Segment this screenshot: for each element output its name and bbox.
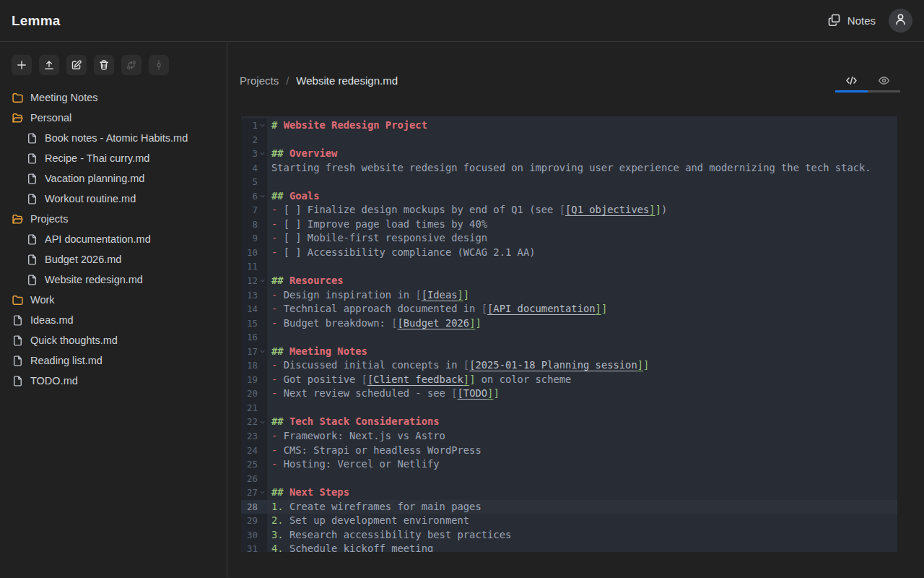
edit-button[interactable] [66, 55, 87, 75]
tree-item-label: TODO.md [30, 375, 78, 387]
new-note-button[interactable] [12, 55, 32, 75]
editor-line[interactable]: 7- [ ] Finalize design mockups by end of… [241, 203, 897, 217]
editor-line-text: Starting fresh website redesign focused … [267, 161, 897, 176]
editor-line[interactable]: 14- Technical approach documented in [[A… [241, 302, 897, 316]
tree-item-label: Vacation planning.md [45, 173, 144, 184]
editor-line-text: - Got positive [[Client feedback]] on co… [267, 373, 897, 387]
fold-chevron-icon[interactable] [258, 348, 267, 355]
tree-file[interactable]: Budget 2026.md [12, 249, 221, 269]
editor-line[interactable]: 6## Goals [241, 189, 897, 204]
editor-line[interactable]: 13- Design inspiration in [[Ideas]] [241, 288, 897, 303]
markdown-editor[interactable]: 1# Website Redesign Project23## Overview… [241, 116, 897, 552]
line-number: 30 [247, 528, 258, 543]
editor-line[interactable]: 314. Schedule kickoff meeting [241, 542, 897, 552]
tree-file[interactable]: TODO.md [12, 371, 221, 391]
editor-line[interactable]: 25- Hosting: Vercel or Netlify [241, 457, 897, 472]
fold-chevron-icon[interactable] [258, 122, 267, 129]
tree-file[interactable]: Vacation planning.md [12, 168, 221, 189]
line-number: 23 [247, 429, 258, 444]
line-number: 31 [247, 542, 258, 552]
tree-folder[interactable]: Work [12, 290, 221, 310]
fold-chevron-icon[interactable] [258, 277, 267, 284]
editor-line[interactable]: 21 [241, 401, 897, 415]
editor-line[interactable]: 18- Discussed initial concepts in [[2025… [241, 358, 897, 373]
line-number: 28 [247, 500, 258, 514]
line-number: 10 [247, 246, 258, 260]
file-icon [26, 254, 38, 266]
code-icon [845, 74, 858, 87]
editor-line-text [267, 259, 897, 274]
folder-open-icon [12, 112, 24, 124]
editor-line[interactable]: 20- Next review scheduled - see [[TODO]] [241, 387, 897, 401]
editor-line[interactable]: 4Starting fresh website redesign focused… [241, 161, 897, 176]
editor-line[interactable]: 27## Next Steps [241, 486, 897, 500]
fold-chevron-icon[interactable] [258, 193, 267, 199]
line-number: 5 [253, 175, 258, 189]
fold-chevron-icon[interactable] [258, 489, 267, 496]
editor-line-text: - Hosting: Vercel or Netlify [267, 457, 897, 472]
editor-line[interactable]: 23- Framework: Next.js vs Astro [241, 429, 897, 444]
editor-line-text: - [ ] Finalize design mockups by end of … [267, 203, 897, 217]
tree-item-label: Workout routine.md [45, 193, 136, 204]
editor-line[interactable]: 16 [241, 330, 897, 345]
editor-line-text: ## Resources [267, 274, 897, 288]
line-number: 9 [253, 231, 258, 246]
chevron-down-icon [259, 348, 266, 355]
editor-line[interactable]: 10- [ ] Accessibility compliance (WCAG 2… [241, 246, 897, 260]
tree-file[interactable]: Workout routine.md [12, 189, 221, 209]
notes-button[interactable]: Notes [827, 13, 876, 29]
tab-preview[interactable] [868, 70, 900, 90]
tree-file[interactable]: Recipe - Thai curry.md [12, 148, 221, 168]
breadcrumb: Projects/Website redesign.md [240, 74, 398, 92]
editor-line[interactable]: 26 [241, 472, 897, 486]
delete-button[interactable] [94, 55, 114, 75]
tree-file[interactable]: Website redesign.md [12, 269, 221, 290]
editor-line[interactable]: 1# Website Redesign Project [241, 118, 897, 133]
editor-line-text: - [ ] Improve page load times by 40% [267, 217, 897, 232]
sidebar: Meeting NotesPersonalBook notes - Atomic… [0, 42, 227, 577]
user-icon [894, 12, 907, 26]
tree-folder[interactable]: Meeting Notes [12, 87, 221, 108]
editor-line-text: - Next review scheduled - see [[TODO]] [267, 387, 897, 401]
editor-line[interactable]: 12## Resources [241, 274, 897, 288]
editor-line[interactable]: 9- [ ] Mobile-first responsive design [241, 231, 897, 246]
editor-line-text: ## Meeting Notes [267, 345, 897, 359]
tree-file[interactable]: Quick thoughts.md [12, 330, 221, 350]
tree-folder[interactable]: Personal [12, 108, 221, 128]
git-compare-button[interactable] [121, 55, 141, 75]
git-commit-button[interactable] [149, 55, 169, 75]
editor-line[interactable]: 292. Set up development environment [241, 514, 897, 528]
fold-chevron-icon[interactable] [258, 419, 267, 426]
upload-button[interactable] [39, 55, 59, 75]
tree-file[interactable]: API documentation.md [12, 229, 221, 249]
editor-line[interactable]: 15- Budget breakdown: [[Budget 2026]] [241, 316, 897, 331]
line-number: 12 [247, 274, 258, 288]
avatar[interactable] [889, 9, 912, 33]
line-number: 18 [247, 358, 258, 373]
git-compare-icon [126, 59, 137, 71]
fold-chevron-icon[interactable] [258, 150, 267, 157]
editor-line[interactable]: 3## Overview [241, 147, 897, 161]
editor-line[interactable]: 8- [ ] Improve page load times by 40% [241, 217, 897, 232]
line-number: 15 [247, 316, 258, 331]
line-number: 13 [247, 288, 258, 303]
breadcrumb-folder[interactable]: Projects [240, 74, 279, 87]
editor-line-text: - [ ] Mobile-first responsive design [267, 231, 897, 246]
editor-line[interactable]: 303. Research accessibility best practic… [241, 528, 897, 543]
editor-line[interactable]: 19- Got positive [[Client feedback]] on … [241, 373, 897, 387]
file-icon [12, 355, 24, 367]
editor-line-text [267, 401, 897, 415]
editor-line[interactable]: 17## Meeting Notes [241, 345, 897, 359]
tree-file[interactable]: Book notes - Atomic Habits.md [12, 128, 221, 148]
tree-folder[interactable]: Projects [12, 209, 221, 229]
editor-line[interactable]: 5 [241, 175, 897, 189]
editor-line[interactable]: 281. Create wireframes for main pages [241, 500, 897, 514]
editor-line[interactable]: 11 [241, 259, 897, 274]
tree-item-label: Website redesign.md [45, 274, 143, 285]
tree-file[interactable]: Reading list.md [12, 350, 221, 371]
tab-code[interactable] [835, 70, 868, 90]
editor-line[interactable]: 2 [241, 133, 897, 147]
editor-line[interactable]: 22## Tech Stack Considerations [241, 415, 897, 429]
tree-file[interactable]: Ideas.md [12, 310, 221, 330]
editor-line[interactable]: 24- CMS: Strapi or headless WordPress [241, 444, 897, 458]
